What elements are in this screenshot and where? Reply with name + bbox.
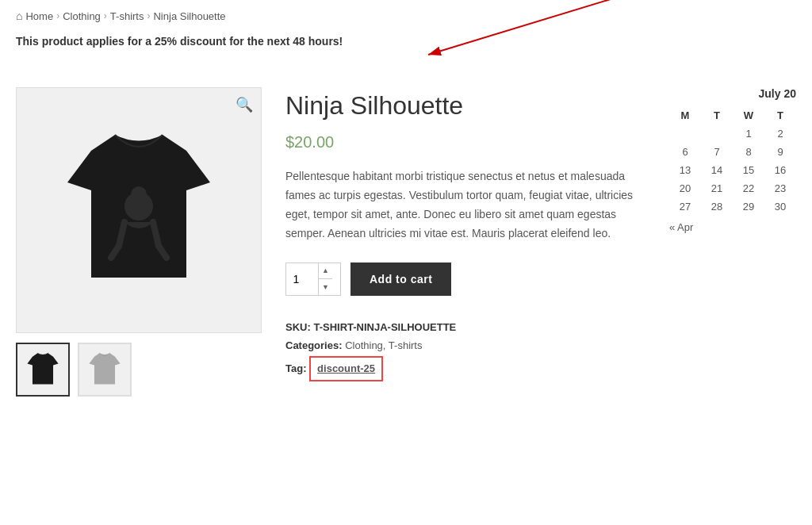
thumbnail-black[interactable] xyxy=(16,343,70,397)
calendar-title: July 20 xyxy=(669,87,796,100)
calendar-day: 14 xyxy=(701,161,733,179)
zoom-icon[interactable]: 🔍 xyxy=(236,96,253,113)
product-tag: Tag: discount-25 xyxy=(285,354,645,381)
quantity-input[interactable] xyxy=(286,263,318,295)
tag-label: Tag: xyxy=(285,362,306,374)
calendar-day: 13 xyxy=(669,161,701,179)
breadcrumb-current: Ninja Silhouette xyxy=(153,10,225,22)
quantity-arrows: ▲ ▼ xyxy=(318,263,332,295)
main-product-image xyxy=(59,119,218,301)
calendar-day: 9 xyxy=(764,143,796,161)
breadcrumb-clothing[interactable]: Clothing xyxy=(63,10,101,22)
breadcrumb: ⌂ Home › Clothing › T-shirts › Ninja Sil… xyxy=(16,10,796,22)
product-sku: SKU: T-SHIRT-NINJA-SILHOUETTE xyxy=(285,318,645,336)
calendar-day: 8 xyxy=(733,143,764,161)
calendar-day: 30 xyxy=(764,197,796,216)
calendar-day: 20 xyxy=(669,179,701,197)
calendar-day: 16 xyxy=(764,161,796,179)
tag-box: discount-25 xyxy=(309,356,383,381)
cal-day-m: M xyxy=(669,106,701,125)
tag-link[interactable]: discount-25 xyxy=(317,362,375,374)
calendar-day: 15 xyxy=(733,161,764,179)
cal-day-w: W xyxy=(733,106,764,125)
calendar-day: 6 xyxy=(669,143,701,161)
calendar-day xyxy=(669,125,701,143)
category-tshirts-link[interactable]: T-shirts xyxy=(389,339,423,351)
home-icon: ⌂ xyxy=(16,10,22,22)
categories-label: Categories: xyxy=(285,339,343,351)
calendar-week-row: 12 xyxy=(669,125,796,143)
breadcrumb-home[interactable]: Home xyxy=(25,10,53,22)
main-image-container: 🔍 xyxy=(16,87,262,333)
quantity-input-container: ▲ ▼ xyxy=(285,262,341,296)
add-to-cart-button[interactable]: Add to cart xyxy=(350,262,451,296)
calendar-day: 22 xyxy=(733,179,764,197)
calendar-day: 2 xyxy=(764,125,796,143)
calendar-week-row: 20212223 xyxy=(669,179,796,197)
discount-banner: This product applies for a 25% discount … xyxy=(16,35,343,48)
svg-point-3 xyxy=(131,186,147,202)
calendar-header-row: M T W T xyxy=(669,106,796,125)
product-title: Ninja Silhouette xyxy=(285,90,645,121)
product-description: Pellentesque habitant morbi tristique se… xyxy=(285,167,645,243)
calendar-day: 7 xyxy=(701,143,733,161)
thumbnail-row xyxy=(16,343,262,397)
product-price: $20.00 xyxy=(285,133,645,151)
calendar-nav: « Apr xyxy=(669,220,796,233)
product-meta: SKU: T-SHIRT-NINJA-SILHOUETTE Categories… xyxy=(285,318,645,381)
svg-line-1 xyxy=(428,0,611,55)
calendar-day xyxy=(701,125,733,143)
calendar-day: 1 xyxy=(733,125,764,143)
product-images: 🔍 xyxy=(16,87,262,397)
cal-day-t1: T xyxy=(701,106,733,125)
category-clothing-link[interactable]: Clothing xyxy=(345,339,383,351)
calendar-week-row: 27282930 xyxy=(669,197,796,216)
calendar-day: 23 xyxy=(764,179,796,197)
quantity-down-arrow[interactable]: ▼ xyxy=(319,279,332,295)
calendar-week-row: 6789 xyxy=(669,143,796,161)
calendar-day: 21 xyxy=(701,179,733,197)
cal-day-t2: T xyxy=(764,106,796,125)
product-details: Ninja Silhouette $20.00 Pellentesque hab… xyxy=(285,87,645,381)
calendar-table: M T W T 126789131415162021222327282930 xyxy=(669,106,796,216)
quantity-up-arrow[interactable]: ▲ xyxy=(319,263,332,280)
calendar-day: 28 xyxy=(701,197,733,216)
calendar-week-row: 13141516 xyxy=(669,161,796,179)
sku-value: T-SHIRT-NINJA-SILHOUETTE xyxy=(313,321,456,333)
add-to-cart-row: ▲ ▼ Add to cart xyxy=(285,262,645,296)
product-categories: Categories: Clothing, T-shirts xyxy=(285,336,645,354)
sidebar: July 20 M T W T 126789131415162021222327… xyxy=(669,87,796,233)
calendar-day: 27 xyxy=(669,197,701,216)
breadcrumb-tshirts[interactable]: T-shirts xyxy=(110,10,144,22)
calendar-day: 29 xyxy=(733,197,764,216)
prev-month-link[interactable]: « Apr xyxy=(669,221,693,233)
thumbnail-gray[interactable] xyxy=(78,343,132,397)
sku-label: SKU: xyxy=(285,321,311,333)
